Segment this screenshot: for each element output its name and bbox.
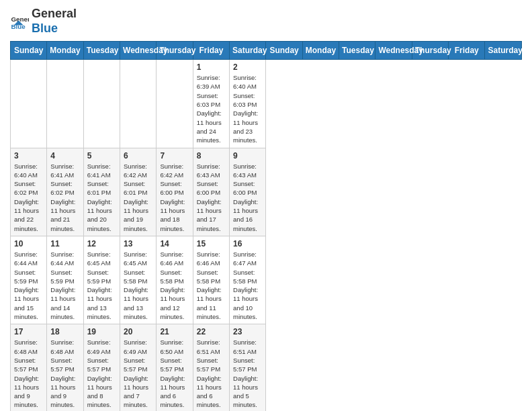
- day-info: Sunrise: 6:48 AM Sunset: 5:57 PM Dayligh…: [14, 338, 43, 409]
- day-info: Sunrise: 6:49 AM Sunset: 5:57 PM Dayligh…: [124, 338, 152, 409]
- day-info: Sunrise: 6:44 AM Sunset: 5:59 PM Dayligh…: [14, 250, 43, 321]
- day-info: Sunrise: 6:51 AM Sunset: 5:57 PM Dayligh…: [197, 338, 226, 409]
- logo-blue-text: Blue: [32, 21, 58, 35]
- logo-general-text: General Blue: [32, 7, 77, 36]
- calendar-cell: 14Sunrise: 6:46 AM Sunset: 5:58 PM Dayli…: [157, 236, 193, 324]
- day-number: 16: [233, 239, 262, 248]
- day-number: 5: [87, 151, 116, 161]
- day-number: 10: [14, 239, 43, 248]
- column-header-tuesday: Tuesday: [339, 42, 375, 60]
- day-number: 8: [197, 151, 226, 161]
- svg-text:General: General: [11, 15, 29, 23]
- calendar-cell: 2Sunrise: 6:40 AM Sunset: 6:03 PM Daylig…: [230, 60, 266, 148]
- day-info: Sunrise: 6:40 AM Sunset: 6:03 PM Dayligh…: [233, 73, 262, 144]
- column-header-monday: Monday: [302, 42, 339, 60]
- day-info: Sunrise: 6:51 AM Sunset: 5:57 PM Dayligh…: [233, 338, 262, 409]
- logo: General Blue General Blue: [10, 7, 77, 36]
- calendar-week-row: 10Sunrise: 6:44 AM Sunset: 5:59 PM Dayli…: [11, 236, 522, 324]
- day-info: Sunrise: 6:45 AM Sunset: 5:58 PM Dayligh…: [124, 250, 152, 321]
- day-number: 19: [87, 327, 116, 336]
- calendar-cell: 4Sunrise: 6:41 AM Sunset: 6:02 PM Daylig…: [47, 148, 83, 236]
- calendar-cell: 19Sunrise: 6:49 AM Sunset: 5:57 PM Dayli…: [83, 324, 120, 411]
- calendar-cell: 12Sunrise: 6:45 AM Sunset: 5:59 PM Dayli…: [83, 236, 120, 324]
- column-header-friday: Friday: [449, 42, 485, 60]
- day-info: Sunrise: 6:50 AM Sunset: 5:57 PM Dayligh…: [160, 338, 189, 409]
- calendar-week-row: 1Sunrise: 6:39 AM Sunset: 6:03 PM Daylig…: [11, 60, 522, 148]
- calendar-cell: [83, 60, 120, 148]
- calendar-cell: 20Sunrise: 6:49 AM Sunset: 5:57 PM Dayli…: [120, 324, 157, 411]
- day-info: Sunrise: 6:42 AM Sunset: 6:01 PM Dayligh…: [124, 162, 152, 233]
- day-number: 12: [87, 239, 116, 248]
- day-number: 6: [124, 151, 152, 161]
- column-header-saturday: Saturday: [230, 42, 266, 60]
- calendar-cell: 9Sunrise: 6:43 AM Sunset: 6:00 PM Daylig…: [230, 148, 266, 236]
- calendar-table: SundayMondayTuesdayWednesdayThursdayFrid…: [10, 41, 522, 411]
- calendar-cell: [47, 60, 83, 148]
- column-header-thursday: Thursday: [157, 42, 193, 60]
- column-header-tuesday: Tuesday: [83, 42, 120, 60]
- column-header-wednesday: Wednesday: [120, 42, 157, 60]
- day-info: Sunrise: 6:48 AM Sunset: 5:57 PM Dayligh…: [50, 338, 79, 409]
- calendar-cell: 21Sunrise: 6:50 AM Sunset: 5:57 PM Dayli…: [157, 324, 193, 411]
- day-number: 22: [197, 327, 226, 336]
- day-number: 13: [124, 239, 152, 248]
- logo-icon: General Blue: [10, 12, 29, 31]
- calendar-cell: 17Sunrise: 6:48 AM Sunset: 5:57 PM Dayli…: [11, 324, 47, 411]
- day-info: Sunrise: 6:43 AM Sunset: 6:00 PM Dayligh…: [233, 162, 262, 233]
- calendar-header-row: SundayMondayTuesdayWednesdayThursdayFrid…: [11, 42, 522, 60]
- calendar-cell: 15Sunrise: 6:46 AM Sunset: 5:58 PM Dayli…: [193, 236, 229, 324]
- calendar-cell: [120, 60, 157, 148]
- calendar-cell: 10Sunrise: 6:44 AM Sunset: 5:59 PM Dayli…: [11, 236, 47, 324]
- day-number: 17: [14, 327, 43, 336]
- day-info: Sunrise: 6:42 AM Sunset: 6:00 PM Dayligh…: [160, 162, 189, 233]
- day-number: 9: [233, 151, 262, 161]
- day-info: Sunrise: 6:47 AM Sunset: 5:58 PM Dayligh…: [233, 250, 262, 321]
- column-header-friday: Friday: [193, 42, 229, 60]
- calendar-cell: [157, 60, 193, 148]
- day-number: 3: [14, 151, 43, 161]
- day-info: Sunrise: 6:39 AM Sunset: 6:03 PM Dayligh…: [197, 73, 226, 144]
- calendar-cell: 3Sunrise: 6:40 AM Sunset: 6:02 PM Daylig…: [11, 148, 47, 236]
- day-number: 1: [197, 62, 226, 72]
- calendar-cell: 23Sunrise: 6:51 AM Sunset: 5:57 PM Dayli…: [230, 324, 266, 411]
- day-info: Sunrise: 6:40 AM Sunset: 6:02 PM Dayligh…: [14, 162, 43, 233]
- svg-text:Blue: Blue: [11, 23, 26, 30]
- day-info: Sunrise: 6:45 AM Sunset: 5:59 PM Dayligh…: [87, 250, 116, 321]
- day-info: Sunrise: 6:44 AM Sunset: 5:59 PM Dayligh…: [50, 250, 79, 321]
- day-info: Sunrise: 6:41 AM Sunset: 6:02 PM Dayligh…: [50, 162, 79, 233]
- day-number: 7: [160, 151, 189, 161]
- day-number: 18: [50, 327, 79, 336]
- column-header-sunday: Sunday: [266, 42, 302, 60]
- day-number: 20: [124, 327, 152, 336]
- calendar-cell: [11, 60, 47, 148]
- column-header-monday: Monday: [47, 42, 83, 60]
- column-header-saturday: Saturday: [485, 42, 522, 60]
- column-header-wednesday: Wednesday: [375, 42, 412, 60]
- calendar-week-row: 3Sunrise: 6:40 AM Sunset: 6:02 PM Daylig…: [11, 148, 522, 236]
- calendar-cell: 1Sunrise: 6:39 AM Sunset: 6:03 PM Daylig…: [193, 60, 229, 148]
- day-info: Sunrise: 6:46 AM Sunset: 5:58 PM Dayligh…: [160, 250, 189, 321]
- day-number: 15: [197, 239, 226, 248]
- column-header-sunday: Sunday: [11, 42, 47, 60]
- calendar-cell: 11Sunrise: 6:44 AM Sunset: 5:59 PM Dayli…: [47, 236, 83, 324]
- calendar-week-row: 17Sunrise: 6:48 AM Sunset: 5:57 PM Dayli…: [11, 324, 522, 411]
- calendar-cell: 7Sunrise: 6:42 AM Sunset: 6:00 PM Daylig…: [157, 148, 193, 236]
- calendar-cell: 5Sunrise: 6:41 AM Sunset: 6:01 PM Daylig…: [83, 148, 120, 236]
- day-info: Sunrise: 6:49 AM Sunset: 5:57 PM Dayligh…: [87, 338, 116, 409]
- day-number: 14: [160, 239, 189, 248]
- calendar-cell: 8Sunrise: 6:43 AM Sunset: 6:00 PM Daylig…: [193, 148, 229, 236]
- calendar-cell: 18Sunrise: 6:48 AM Sunset: 5:57 PM Dayli…: [47, 324, 83, 411]
- day-info: Sunrise: 6:46 AM Sunset: 5:58 PM Dayligh…: [197, 250, 226, 321]
- day-info: Sunrise: 6:43 AM Sunset: 6:00 PM Dayligh…: [197, 162, 226, 233]
- calendar-cell: 13Sunrise: 6:45 AM Sunset: 5:58 PM Dayli…: [120, 236, 157, 324]
- calendar-cell: 6Sunrise: 6:42 AM Sunset: 6:01 PM Daylig…: [120, 148, 157, 236]
- column-header-thursday: Thursday: [412, 42, 448, 60]
- day-number: 11: [50, 239, 79, 248]
- day-number: 21: [160, 327, 189, 336]
- calendar-cell: 22Sunrise: 6:51 AM Sunset: 5:57 PM Dayli…: [193, 324, 229, 411]
- calendar-cell: 16Sunrise: 6:47 AM Sunset: 5:58 PM Dayli…: [230, 236, 266, 324]
- day-number: 23: [233, 327, 262, 336]
- page-header: General Blue General Blue: [10, 7, 522, 36]
- day-info: Sunrise: 6:41 AM Sunset: 6:01 PM Dayligh…: [87, 162, 116, 233]
- day-number: 4: [50, 151, 79, 161]
